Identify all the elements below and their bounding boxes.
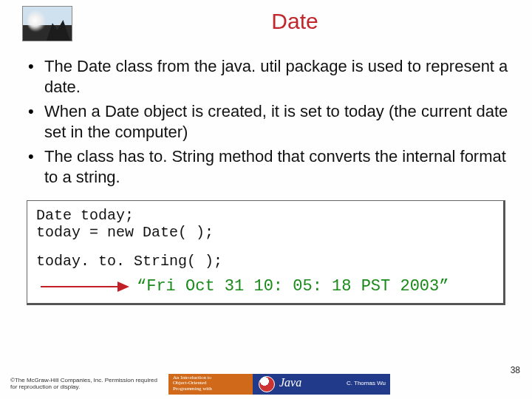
book-intro-l3: Programming with	[173, 386, 212, 392]
code-line: Date today;	[36, 207, 494, 224]
slide-title: Date	[80, 6, 510, 34]
code-line: today = new Date( );	[36, 224, 494, 241]
result-row: “Fri Oct 31 10: 05: 18 PST 2003”	[36, 277, 494, 296]
book-author: C. Thomas Wu	[347, 380, 386, 386]
bullet-item: The Date class from the java. util packa…	[25, 56, 510, 97]
arrow-icon	[41, 282, 129, 292]
code-box: Date today; today = new Date( ); today. …	[27, 200, 505, 305]
header-image	[22, 6, 72, 41]
book-language: Java	[279, 376, 301, 389]
bullet-item: When a Date object is created, it is set…	[25, 101, 510, 142]
header: Date	[22, 6, 510, 41]
bullet-list: The Date class from the java. util packa…	[25, 56, 510, 187]
footer: ©The McGraw-Hill Companies, Inc. Permiss…	[10, 374, 522, 395]
book-logo: An Introduction to Object-Oriented Progr…	[168, 374, 390, 395]
slide: Date The Date class from the java. util …	[0, 0, 532, 399]
code-line: today. to. String( );	[36, 253, 494, 270]
code-result: “Fri Oct 31 10: 05: 18 PST 2003”	[137, 277, 449, 296]
java-cup-icon	[259, 376, 275, 392]
bullet-item: The class has to. String method that con…	[25, 146, 510, 187]
copyright-text: ©The McGraw-Hill Companies, Inc. Permiss…	[10, 378, 158, 391]
book-intro-text: An Introduction to Object-Oriented Progr…	[173, 375, 212, 392]
